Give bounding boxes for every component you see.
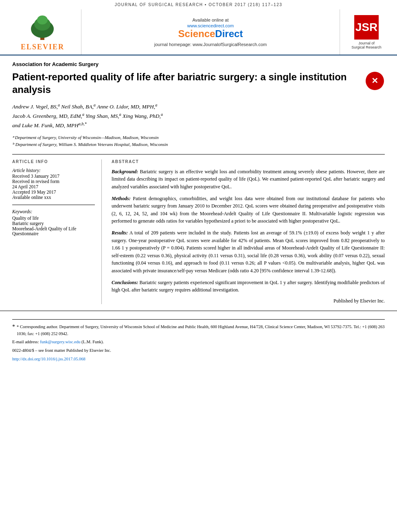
divider-1 — [12, 154, 385, 155]
footer-section: * * Corresponding author. Department of … — [0, 311, 397, 363]
sciencedirect-logo: ScienceDirect — [178, 28, 243, 40]
jsr-logo-box: JSR Journal ofSurgical Research — [340, 9, 393, 55]
author-wang: Xing Wang, PhD,a — [123, 113, 163, 119]
received-date: Received 3 January 2017 — [12, 174, 95, 179]
affiliations: ᵃ Department of Surgery, University of W… — [12, 134, 385, 148]
homepage-text: journal homepage: www.JournalofSurgicalR… — [154, 42, 267, 47]
background-label: Background: — [112, 169, 138, 174]
article-history-group: Article history: Received 3 January 2017… — [12, 168, 95, 200]
svg-rect-5 — [49, 30, 53, 32]
star-symbol: * — [12, 324, 15, 338]
results-section: Results: A total of 209 patients were in… — [112, 229, 385, 275]
accepted-date: Accepted 19 May 2017 — [12, 190, 95, 194]
doi-link[interactable]: http://dx.doi.org/10.1016/j.jss.2017.05.… — [12, 356, 385, 363]
author-funk: and Luke M. Funk, MD, MPHa,b,* — [12, 122, 87, 128]
author-shah: Neil Shah, BA,a — [61, 104, 97, 110]
conclusions-section: Conclusions: Bariatric surgery patients … — [112, 279, 385, 294]
keywords-group: Keywords: Quality of life Bariatric surg… — [12, 209, 95, 236]
methods-label: Methods: — [112, 196, 131, 201]
association-label: Association for Academic Surgery — [12, 61, 385, 67]
jsr-logo-icon: JSR — [354, 15, 379, 40]
abstract-label: Abstract — [112, 159, 385, 164]
methods-section: Methods: Patient demographics, comorbidi… — [112, 195, 385, 225]
available-text: Available online at — [192, 18, 228, 22]
methods-para: Methods: Patient demographics, comorbidi… — [112, 195, 385, 225]
results-label: Results: — [112, 230, 128, 236]
two-column-layout: Article Info Article history: Received 3… — [12, 159, 385, 304]
article-info-column: Article Info Article history: Received 3… — [12, 159, 102, 304]
available-online: Available online xxx — [12, 195, 95, 200]
history-label: Article history: — [12, 168, 95, 173]
background-para: Background: Bariatric surgery is an effe… — [112, 168, 385, 191]
background-text: Bariatric surgery is an effective weight… — [112, 169, 385, 190]
keyword-1: Quality of life — [12, 216, 95, 221]
elsevier-logo: ELSEVIER — [21, 13, 64, 51]
author-lidor: Anne O. Lidor, MD, MPH,a — [97, 104, 157, 110]
journal-header: Journal of Surgical Research • October 2… — [0, 0, 397, 55]
svg-rect-4 — [32, 30, 35, 32]
footer-divider — [12, 319, 385, 320]
article-title-text: Patient-reported quality of life after b… — [12, 71, 364, 96]
sciencedirect-box: Available online at www.sciencedirect.co… — [81, 9, 340, 55]
journal-top-bar: Journal of Surgical Research • October 2… — [0, 2, 397, 7]
keyword-3: Moorehead-Ardelt Quality of Life Questio… — [12, 226, 95, 236]
results-text: A total of 209 patients were included in… — [112, 230, 385, 274]
article-title-row: Patient-reported quality of life after b… — [12, 71, 385, 96]
results-para: Results: A total of 209 patients were in… — [112, 229, 385, 275]
crossmark-icon: ✕ — [366, 72, 384, 90]
methods-text: Patient demographics, comorbidities, and… — [112, 196, 385, 224]
affiliation-b: ᵇ Department of Surgery, William S. Midd… — [12, 141, 385, 148]
header-logos-row: ELSEVIER Available online at www.science… — [0, 9, 397, 55]
authors: Andrew J. Vegel, BS,a Neil Shah, BA,a An… — [12, 102, 385, 130]
article-info-label: Article Info — [12, 159, 95, 164]
author-vegel: Andrew J. Vegel, BS,a — [12, 104, 61, 110]
svg-point-3 — [37, 15, 48, 24]
conclusions-para: Conclusions: Bariatric surgery patients … — [112, 279, 385, 294]
background-section: Background: Bariatric surgery is an effe… — [112, 168, 385, 191]
affiliation-a: ᵃ Department of Surgery, University of W… — [12, 134, 385, 141]
keywords-label: Keywords: — [12, 209, 95, 214]
email-person: (L.M. Funk). — [81, 340, 104, 344]
email-note: E-mail address: funk@surgery.wisc.edu (L… — [12, 339, 385, 346]
sciencedirect-url[interactable]: www.sciencedirect.com — [187, 23, 234, 28]
elsevier-wordmark: ELSEVIER — [21, 43, 64, 51]
email-link[interactable]: funk@surgery.wisc.edu — [40, 340, 80, 344]
published-by: Published by Elsevier Inc. — [112, 298, 385, 304]
main-content: Association for Academic Surgery Patient… — [0, 55, 397, 304]
elsevier-tree-icon — [26, 13, 59, 41]
issn-note: 0022-4804/$ – see front matter Published… — [12, 347, 385, 354]
divider-keywords — [12, 205, 95, 205]
corresponding-author-text: * Corresponding author. Department of Su… — [17, 324, 385, 338]
conclusions-label: Conclusions: — [112, 280, 138, 285]
conclusions-text: Bariatric surgery patients experienced s… — [112, 280, 385, 293]
crossmark-badge: ✕ — [364, 71, 385, 91]
corresponding-author-note: * * Corresponding author. Department of … — [12, 324, 385, 338]
elsevier-logo-box: ELSEVIER — [4, 9, 81, 55]
author-greenberg: Jacob A. Greenberg, MD, EdM,a — [12, 113, 86, 119]
revised-date: 24 April 2017 — [12, 184, 95, 189]
abstract-column: Abstract Background: Bariatric surgery i… — [110, 159, 385, 304]
revised-label: Received in revised form — [12, 179, 95, 184]
email-label: E-mail address: — [12, 340, 39, 344]
author-shan: Ying Shan, MS,a — [86, 113, 123, 119]
jsr-subtitle: Journal ofSurgical Research — [351, 41, 382, 49]
keyword-2: Bariatric surgery — [12, 221, 95, 226]
